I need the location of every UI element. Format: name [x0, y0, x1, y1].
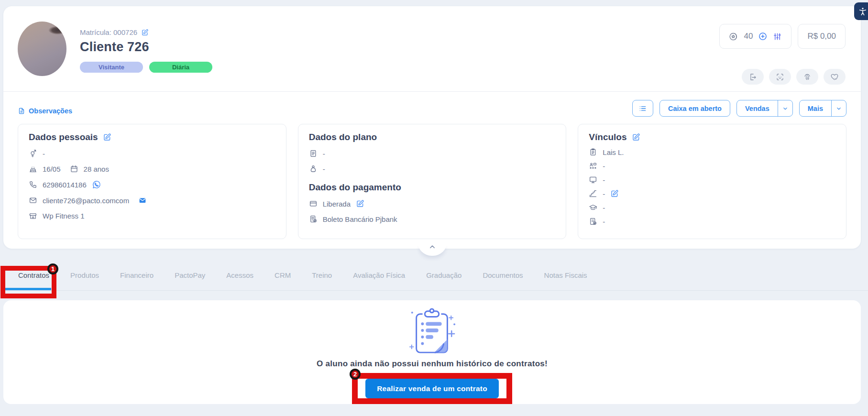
graduation-cap-icon	[589, 203, 597, 212]
observacoes-label: Observações	[29, 107, 72, 115]
vinculos-title: Vínculos	[589, 132, 626, 142]
balance-value: R$ 0,00	[807, 32, 836, 41]
credit-card-icon	[309, 199, 318, 208]
header-right-panel: 40 R$ 0,00	[719, 24, 846, 85]
client-tabs-bar: Contratos Produtos Financeiro PactoPay A…	[0, 261, 868, 291]
chevron-up-icon	[428, 242, 437, 251]
tab-notas-fiscais[interactable]: Notas Fiscais	[544, 271, 587, 279]
edit-level-icon[interactable]	[610, 189, 619, 198]
annotation-step2-box: 2 Realizar venda de um contrato	[352, 373, 512, 404]
edit-matricula-icon[interactable]	[141, 29, 149, 36]
plan-contract-row: -	[309, 149, 556, 158]
points-icon	[729, 32, 739, 42]
invoice-icon	[589, 217, 597, 226]
edit-dados-pessoais-icon[interactable]	[103, 133, 111, 142]
client-header: Matrícula: 000726 Cliente 726 Visitante …	[3, 6, 861, 92]
caixa-em-aberto-button[interactable]: Caixa em aberto	[659, 100, 730, 117]
client-name: Cliente 726	[80, 40, 212, 55]
tab-crm[interactable]: CRM	[275, 271, 291, 279]
payment-method-row: Boleto Bancário Pjbank	[309, 215, 556, 223]
list-view-button[interactable]	[632, 100, 653, 117]
company-row: Wp Fitness 1	[29, 211, 275, 220]
dados-pagamento-title: Dados do pagamento	[309, 182, 401, 193]
mais-button[interactable]: Mais	[800, 100, 831, 116]
face-recognition-button[interactable]	[769, 69, 791, 85]
tab-documentos[interactable]: Documentos	[483, 271, 523, 279]
whatsapp-icon[interactable]	[92, 180, 101, 189]
contratos-tab-panel: O aluno ainda não possui nenhum históric…	[3, 300, 861, 404]
heart-check-icon	[830, 73, 839, 81]
email-icon	[29, 196, 37, 205]
empty-contracts-illustration	[407, 307, 457, 356]
list-icon	[638, 104, 647, 113]
add-points-icon[interactable]	[758, 32, 768, 41]
people-group-icon	[589, 162, 597, 170]
client-avatar[interactable]	[18, 22, 66, 76]
tab-graduacao[interactable]: Graduação	[426, 271, 461, 279]
door-exit-icon	[748, 73, 757, 81]
dados-plano-title: Dados do plano	[309, 132, 377, 142]
accessibility-widget-button[interactable]	[854, 2, 868, 20]
teacher-row: -	[589, 203, 835, 212]
monitor-icon	[589, 175, 597, 184]
boleto-icon	[309, 215, 318, 223]
edit-card-status-icon[interactable]	[356, 199, 364, 208]
stairs-icon	[589, 189, 597, 198]
tab-avaliacao-fisica[interactable]: Avaliação Física	[353, 271, 405, 279]
clipboard-icon	[589, 148, 597, 156]
realizar-venda-button[interactable]: Realizar venda de um contrato	[365, 379, 499, 398]
annotation-step1-box: 1	[0, 266, 56, 298]
health-button[interactable]	[824, 69, 846, 85]
professor-row: -	[589, 162, 835, 170]
points-box: 40	[719, 24, 792, 49]
email-row: cliente726@pacto.comcom	[29, 196, 275, 205]
calendar-icon	[70, 164, 78, 173]
dados-pessoais-title: Dados pessoais	[29, 132, 98, 142]
dados-pessoais-card: Dados pessoais - 16/05 28 anos 629860141…	[18, 124, 286, 239]
vendas-button[interactable]: Vendas	[737, 100, 778, 116]
tab-produtos[interactable]: Produtos	[70, 271, 99, 279]
face-scan-icon	[776, 73, 784, 81]
info-cards-row: Dados pessoais - 16/05 28 anos 629860141…	[3, 117, 861, 239]
chevron-down-icon	[835, 105, 842, 112]
client-info: Matrícula: 000726 Cliente 726 Visitante …	[80, 28, 212, 73]
monitor-row: -	[589, 175, 835, 184]
vendas-dropdown-toggle[interactable]	[778, 100, 792, 116]
billing-row: -	[589, 217, 835, 226]
vendas-split-button[interactable]: Vendas	[736, 100, 793, 117]
send-email-icon[interactable]	[138, 196, 147, 205]
phone-row: 62986014186	[29, 180, 275, 189]
dados-plano-card: Dados do plano - - Dados do pagamento Li…	[298, 124, 567, 239]
accessibility-icon	[858, 7, 868, 16]
phone-icon	[29, 180, 37, 189]
toolbar-row: Observações Caixa em aberto Vendas Mais	[3, 92, 861, 117]
chevron-down-icon	[782, 105, 789, 112]
tab-acessos[interactable]: Acessos	[226, 271, 253, 279]
store-icon	[29, 211, 37, 220]
mais-dropdown-toggle[interactable]	[831, 100, 846, 116]
birthday-cake-icon	[29, 164, 37, 173]
checkin-button[interactable]	[742, 69, 764, 85]
card-status-row: Liberada	[309, 199, 556, 208]
client-summary-card: Matrícula: 000726 Cliente 726 Visitante …	[3, 6, 861, 249]
fingerprint-button[interactable]	[796, 69, 818, 85]
birthday-row: 16/05 28 anos	[29, 164, 275, 173]
tab-financeiro[interactable]: Financeiro	[120, 271, 154, 279]
tab-pactopay[interactable]: PactoPay	[175, 271, 205, 279]
adjust-points-icon[interactable]	[773, 32, 782, 41]
level-row: -	[589, 189, 835, 198]
status-badge-visitante: Visitante	[80, 62, 143, 73]
edit-vinculos-icon[interactable]	[632, 133, 640, 142]
annotation-step2-badge: 2	[350, 369, 361, 380]
observacoes-link[interactable]: Observações	[18, 107, 72, 115]
balance-box: R$ 0,00	[798, 24, 846, 49]
vinculos-card: Vínculos Lais L. - - - -	[578, 124, 846, 239]
gender-icon	[29, 149, 37, 158]
mais-split-button[interactable]: Mais	[799, 100, 846, 117]
document-icon	[18, 107, 25, 115]
tab-treino[interactable]: Treino	[312, 271, 332, 279]
gender-row: -	[29, 149, 275, 158]
collapse-summary-button[interactable]	[418, 241, 447, 256]
annotation-step1-badge: 1	[47, 263, 58, 274]
plan-responsible-row: -	[309, 164, 556, 173]
